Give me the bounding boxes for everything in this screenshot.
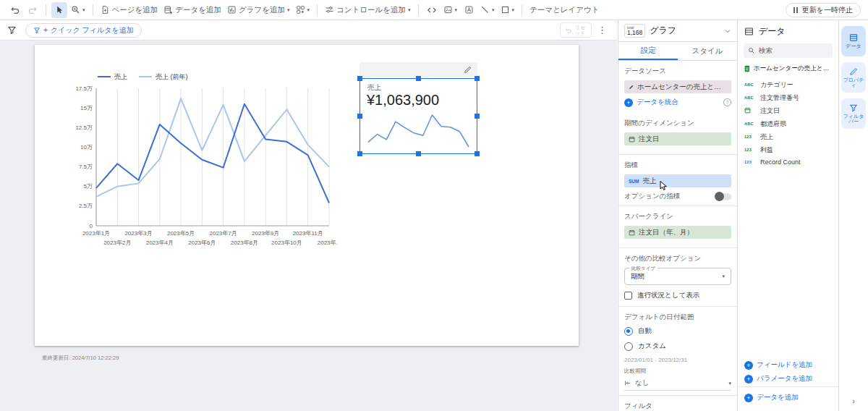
field-row[interactable]: ABC都道府県 [738,117,838,130]
community-visualizations-button[interactable]: ▾ [294,2,312,18]
insert-text-button[interactable] [461,2,477,18]
add-field-button[interactable]: + フィールドを追加 [738,359,838,371]
blend-data-button[interactable]: + データを統合 ? [624,98,731,107]
looker-studio-editor: ▾ ページを追加 データを追加 グラフを追加 ▾ ▾ コントロールを追加 ▾ [0,0,868,411]
toolbar-divider [522,4,522,16]
spreadsheet-icon [744,64,750,73]
theme-layout-button[interactable]: テーマとレイアウト [527,2,601,18]
progress-checkbox-row[interactable]: 進行状況として表示 [624,291,731,300]
field-row[interactable]: 123利益 [738,143,838,156]
reset-button[interactable]: リセット [560,22,592,38]
metric-chip[interactable]: SUM 売上 [624,174,731,187]
filter-funnel-icon [849,103,858,112]
data-source-row[interactable]: ホームセンターの売上と利益 - Small [738,62,838,78]
report-page[interactable]: 売上売上 (前年) 02.5万5万7.5万10万12.5万15万17.5万202… [35,45,579,346]
scorecard-value: ¥1,063,900 [367,92,439,109]
field-row[interactable]: ABC注文管理番号 [738,91,838,104]
add-control-icon [325,5,334,14]
add-page-button[interactable]: ページを追加 [98,2,161,18]
cursor-icon [55,5,64,14]
field-row[interactable]: ABCカテゴリー [738,78,838,91]
selection-handle[interactable] [357,114,362,119]
chevron-down-icon: ▾ [287,7,290,13]
add-chart-button[interactable]: グラフを追加 ▾ [225,2,292,18]
selection-handle[interactable] [357,151,362,156]
comparison-type-dropdown[interactable]: 比較タイプ 期間 ▾ [624,268,731,285]
selection-handle[interactable] [475,114,480,119]
selection-handle[interactable] [475,76,480,81]
date-dimension-chip[interactable]: 注文日 [624,132,731,145]
y-tick-label: 7.5万 [79,164,93,170]
selection-handle[interactable] [475,151,480,156]
rail-tab-data[interactable]: データ [841,26,866,56]
help-icon[interactable]: ? [723,98,731,106]
scorecard-sparkline-chart[interactable]: 売上 ¥1,063,900 [359,78,477,154]
insert-image-button[interactable]: ▾ [441,2,460,18]
optional-metrics-toggle[interactable] [715,193,731,200]
add-data-button[interactable]: データを追加 [161,2,224,18]
y-tick-label: 2.5万 [79,203,93,209]
add-control-button[interactable]: コントロールを追加 ▾ [323,2,413,18]
tab-setup[interactable]: 設定 [618,42,678,60]
y-tick-label: 10万 [80,144,93,151]
theme-layout-label: テーマとレイアウト [529,5,599,15]
x-tick-label: 2023年2月 [103,240,131,246]
collapse-panel-chevron[interactable]: › [839,397,868,405]
filter-section: フィルタ Filter On This Chart + フィルタを追加 [618,396,737,411]
line-chart-plot: 02.5万5万7.5万10万12.5万15万17.5万2023年1月2023年2… [61,82,338,253]
edit-pencil-icon[interactable] [464,66,472,74]
add-data-button-panel[interactable]: + データを追加 [738,391,838,404]
chevron-down-icon: ▾ [722,274,725,279]
sparkline-section: スパークライン 注文日（年、月） [618,206,737,248]
rail-tab-properties-label: プロパティ [841,77,866,88]
insert-line-button[interactable]: ▾ [478,2,497,18]
selection-handle[interactable] [416,151,421,156]
chart-type-header[interactable]: total 1,168 グラフ [618,20,737,42]
redo-button[interactable] [25,2,41,18]
selection-handle[interactable] [357,76,362,81]
sparkline-dimension-chip[interactable]: 注文日（年、月） [624,226,731,239]
radio-selected-icon[interactable] [624,327,633,336]
default-date-range-label: デフォルトの日付範囲 [624,313,731,322]
chevron-down-icon: ▾ [307,7,310,13]
field-row[interactable]: 123Record Count [738,156,838,167]
time-series-chart[interactable]: 売上売上 (前年) 02.5万5万7.5万10万12.5万15万17.5万202… [61,71,338,253]
field-search-input[interactable]: 検索 [744,43,833,58]
x-tick-label: 2023年9月 [252,230,279,237]
report-canvas[interactable]: 売上売上 (前年) 02.5万5万7.5万10万12.5万15万17.5万202… [0,41,617,411]
rail-tab-filterbar[interactable]: フィルタバー [841,98,866,129]
text-field-icon: ABC [744,82,756,87]
more-options-button[interactable]: ⋮ [597,25,607,35]
zoom-tool-button[interactable]: ▾ [69,2,88,18]
checkbox-unchecked-icon[interactable] [624,292,632,300]
field-row[interactable]: 123売上 [738,130,838,143]
reset-label: リセット [575,25,587,35]
radio-custom-row[interactable]: カスタム [624,342,731,351]
embed-url-button[interactable] [424,2,440,18]
x-tick-label: 2023年4月 [146,240,174,246]
search-placeholder: 検索 [759,46,773,56]
line-tool-icon [480,5,490,14]
insert-shape-button[interactable]: ▾ [498,2,517,18]
selection-handle[interactable] [416,76,421,81]
data-panel-links: + フィールドを追加 + パラメータを追加 [738,356,838,386]
comparison-period-dropdown[interactable]: なし ▾ [624,376,731,391]
select-tool-button[interactable] [51,2,67,18]
tab-style[interactable]: スタイル [678,42,737,60]
comparison-options-label: その他の比較オプション [624,254,731,263]
data-source-name: ホームセンターの売上と利益 - Small [754,64,832,73]
undo-button[interactable] [7,2,23,18]
field-name: 都道府県 [760,119,786,129]
chart-type-thumbnail: total 1,168 [624,24,645,38]
radio-unselected-icon[interactable] [624,342,633,351]
y-tick-label: 5万 [84,183,93,190]
add-quick-filter-chip[interactable]: + クイック フィルタを追加 [25,23,142,38]
pause-updates-button[interactable]: 更新を一時停止 [786,3,861,17]
field-row[interactable]: 注文日 [738,104,838,117]
add-parameter-button[interactable]: + パラメータを追加 [738,373,838,385]
sparkline-label: スパークライン [624,212,731,221]
rail-tab-properties[interactable]: プロパティ [841,62,866,93]
properties-content: データソース ホームセンターの売上と利益 - Small + データを統合 ? … [618,61,737,411]
radio-auto-row[interactable]: 自動 [624,326,731,336]
data-source-chip[interactable]: ホームセンターの売上と利益 - Small [624,80,731,93]
